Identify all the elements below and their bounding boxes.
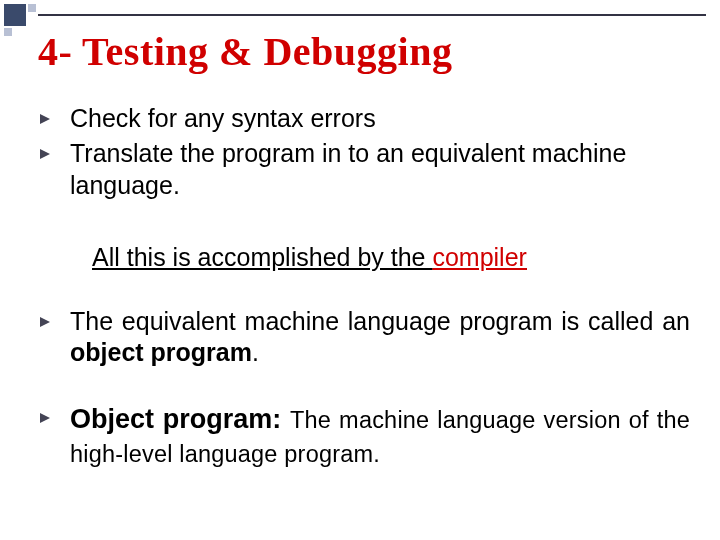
- svg-marker-1: [40, 149, 50, 159]
- mid-prefix: All this is accomplished by the: [92, 243, 432, 271]
- bullet-arrow-icon: [38, 112, 60, 126]
- bullet-arrow-icon: [38, 147, 60, 161]
- corner-decoration: [0, 0, 38, 38]
- bullet-arrow-icon: [38, 315, 60, 329]
- bullet-item: Object program: The machine language ver…: [38, 402, 690, 469]
- svg-marker-2: [40, 317, 50, 327]
- bullet-arrow-icon: [38, 411, 60, 425]
- b3-part2: .: [252, 338, 259, 366]
- corner-square-large: [4, 4, 26, 26]
- compiler-word: compiler: [432, 243, 526, 271]
- svg-marker-3: [40, 413, 50, 423]
- bullet-text: Check for any syntax errors: [70, 103, 690, 134]
- bullet-item: The equivalent machine language program …: [38, 306, 690, 369]
- object-program-definition: Object program: The machine language ver…: [70, 402, 690, 469]
- bullet-text: The equivalent machine language program …: [70, 306, 690, 369]
- b3-bold: object program: [70, 338, 252, 366]
- bullet-item: Check for any syntax errors: [38, 103, 690, 134]
- obj-def-label: Object program:: [70, 404, 290, 434]
- top-rule: [38, 14, 706, 16]
- corner-square-small-top: [28, 4, 36, 12]
- bullet-text: Translate the program in to an equivalen…: [70, 138, 690, 201]
- mid-statement: All this is accomplished by the compiler: [92, 243, 670, 272]
- bullet-item: Translate the program in to an equivalen…: [38, 138, 690, 201]
- slide-content: 4- Testing & Debugging Check for any syn…: [38, 28, 690, 469]
- corner-square-small-left: [4, 28, 12, 36]
- svg-marker-0: [40, 114, 50, 124]
- slide-title: 4- Testing & Debugging: [38, 28, 690, 75]
- b3-part1: The equivalent machine language program …: [70, 307, 690, 335]
